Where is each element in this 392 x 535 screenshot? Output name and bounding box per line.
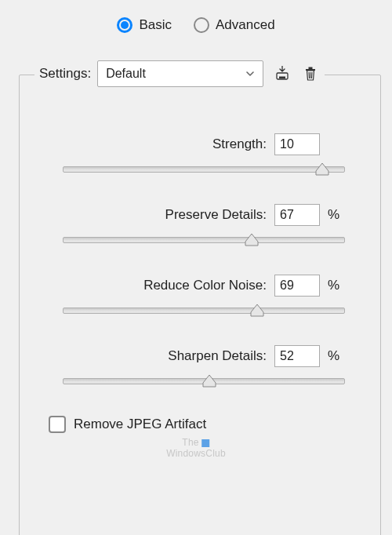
- sharpen-details-control: Sharpen Details: 52 %: [63, 345, 345, 389]
- preserve-details-control: Preserve Details: 67 %: [63, 204, 345, 248]
- preserve-details-unit: %: [328, 207, 345, 223]
- settings-label: Settings:: [39, 66, 91, 82]
- sharpen-details-unit: %: [328, 348, 345, 364]
- strength-control: Strength: 10: [63, 133, 345, 177]
- chevron-down-icon: [245, 69, 255, 78]
- reduce-color-noise-value: 69: [280, 278, 294, 293]
- reduce-color-noise-slider[interactable]: [63, 303, 345, 318]
- mode-basic-label: Basic: [139, 17, 172, 33]
- settings-preset-value: Default: [106, 67, 146, 81]
- slider-track: [63, 237, 345, 243]
- slider-thumb[interactable]: [201, 375, 217, 388]
- sharpen-details-label: Sharpen Details:: [168, 348, 267, 364]
- strength-input[interactable]: 10: [274, 133, 320, 155]
- slider-thumb[interactable]: [314, 163, 330, 176]
- radio-unselected-icon: [194, 17, 209, 33]
- svg-rect-3: [309, 67, 313, 70]
- slider-track: [63, 166, 345, 173]
- sharpen-details-value: 52: [280, 349, 294, 363]
- svg-line-6: [312, 72, 313, 78]
- remove-jpeg-artifact-label: Remove JPEG Artifact: [74, 417, 206, 432]
- slider-thumb[interactable]: [244, 234, 260, 246]
- trash-icon: [303, 66, 318, 82]
- reduce-color-noise-input[interactable]: 69: [274, 275, 320, 297]
- preserve-details-input[interactable]: 67: [274, 204, 320, 226]
- strength-label: Strength:: [212, 136, 267, 152]
- svg-rect-1: [279, 77, 285, 79]
- strength-slider[interactable]: [63, 162, 345, 177]
- radio-selected-icon: [117, 17, 132, 33]
- save-preset-icon: [274, 66, 291, 82]
- reduce-color-noise-control: Reduce Color Noise: 69 %: [63, 275, 345, 318]
- preserve-details-label: Preserve Details:: [165, 207, 267, 223]
- svg-line-4: [309, 72, 310, 78]
- save-preset-button[interactable]: [273, 64, 292, 83]
- delete-preset-button[interactable]: [301, 64, 320, 83]
- mode-basic-radio[interactable]: Basic: [117, 17, 172, 33]
- settings-preset-dropdown[interactable]: Default: [97, 60, 263, 87]
- sharpen-details-input[interactable]: 52: [274, 345, 320, 367]
- mode-advanced-radio[interactable]: Advanced: [194, 17, 275, 33]
- remove-jpeg-artifact-checkbox[interactable]: [49, 416, 66, 433]
- reduce-color-noise-label: Reduce Color Noise:: [143, 278, 267, 293]
- preserve-details-slider[interactable]: [63, 232, 345, 248]
- strength-value: 10: [280, 137, 294, 151]
- slider-thumb[interactable]: [249, 304, 265, 317]
- slider-track: [63, 308, 345, 314]
- reduce-color-noise-unit: %: [328, 278, 345, 293]
- preserve-details-value: 67: [280, 208, 294, 222]
- mode-advanced-label: Advanced: [216, 17, 275, 33]
- sharpen-details-slider[interactable]: [63, 373, 345, 389]
